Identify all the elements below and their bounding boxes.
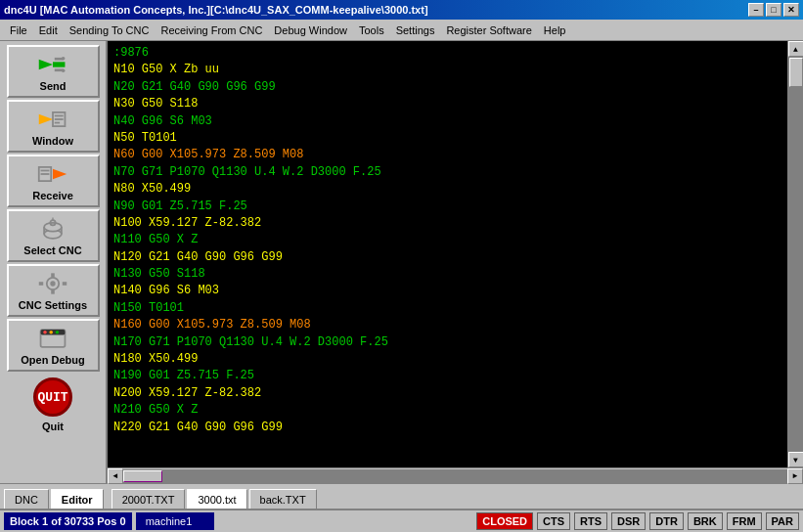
svg-rect-10 [55, 122, 60, 124]
code-line: N150 T0101 [113, 300, 781, 317]
indicator-cts: CTS [537, 512, 570, 530]
code-line: :9876 [113, 45, 781, 62]
code-line: N140 G96 S6 M03 [113, 283, 781, 299]
tab-file-2000t[interactable]: 2000T.TXT [112, 489, 186, 509]
code-line: N80 X50.499 [113, 181, 781, 198]
code-scroll-area: :9876N10 G50 X Zb uuN20 G21 G40 G90 G96 … [108, 41, 787, 467]
scroll-up-button[interactable]: ▲ [788, 41, 804, 57]
sidebar: Send Window [0, 41, 108, 483]
svg-point-4 [62, 57, 66, 61]
window-icon [37, 106, 68, 133]
status-bar: Block 1 of 30733 Pos 0 machine1 CLOSED C… [0, 509, 803, 532]
indicator-dsr: DSR [611, 512, 646, 530]
window-button[interactable]: Window [7, 100, 100, 153]
vertical-scrollbar[interactable]: ▲ ▼ [787, 41, 803, 467]
scroll-track-v[interactable] [788, 57, 804, 452]
tab-group-left: DNC Editor [4, 489, 104, 509]
code-line: N120 G21 G40 G90 G96 G99 [113, 249, 781, 266]
cnc-settings-button[interactable]: CNC Settings [7, 264, 100, 317]
select-cnc-label: Select CNC [23, 244, 81, 256]
machine-indicator: machine1 [136, 512, 214, 530]
code-display[interactable]: :9876N10 G50 X Zb uuN20 G21 G40 G90 G96 … [108, 41, 787, 467]
menu-bar: File Edit Sending To CNC Receiving From … [0, 20, 803, 41]
menu-sending-to-cnc[interactable]: Sending To CNC [64, 23, 156, 37]
cnc-settings-label: CNC Settings [19, 299, 87, 311]
scroll-left-button[interactable]: ◄ [108, 468, 123, 484]
code-line: N190 G01 Z5.715 F.25 [113, 368, 781, 384]
code-line: N160 G00 X105.973 Z8.509 M08 [113, 317, 781, 333]
quit-button[interactable]: QUIT [33, 377, 72, 417]
code-line: N40 G96 S6 M03 [113, 113, 781, 130]
scroll-thumb-v[interactable] [789, 58, 803, 87]
maximize-button[interactable]: □ [766, 3, 781, 17]
svg-rect-24 [51, 289, 55, 293]
svg-rect-13 [41, 173, 50, 175]
menu-settings[interactable]: Settings [390, 23, 441, 37]
select-cnc-button[interactable]: Select CNC [7, 209, 100, 262]
tab-file-back[interactable]: back.TXT [249, 489, 317, 509]
code-line: N50 T0101 [113, 130, 781, 147]
svg-marker-0 [39, 60, 53, 70]
editor-wrapper: :9876N10 G50 X Zb uuN20 G21 G40 G90 G96 … [108, 41, 803, 467]
scroll-down-button[interactable]: ▼ [788, 452, 804, 467]
svg-point-31 [56, 331, 60, 334]
tab-file-3000[interactable]: 3000.txt [187, 489, 246, 509]
title-bar: dnc4U [MAC Automation Concepts, Inc.][C:… [0, 0, 803, 20]
cnc-settings-icon [37, 270, 68, 297]
code-line: N110 G50 X Z [113, 232, 781, 248]
tab-editor[interactable]: Editor [51, 489, 104, 509]
open-debug-icon [37, 325, 68, 352]
send-label: Send [40, 80, 67, 92]
quit-icon-label: QUIT [37, 390, 67, 405]
code-line: N170 G71 P1070 Q1130 U.4 W.2 D3000 F.25 [113, 334, 781, 351]
menu-debug-window[interactable]: Debug Window [268, 23, 353, 37]
code-line: N10 G50 X Zb uu [113, 62, 781, 78]
scroll-thumb-h[interactable] [123, 470, 162, 482]
svg-rect-26 [63, 282, 67, 286]
open-debug-label: Open Debug [21, 354, 84, 366]
close-button[interactable]: ✕ [783, 3, 799, 17]
window-title: dnc4U [MAC Automation Concepts, Inc.][C:… [4, 4, 428, 16]
horizontal-scrollbar[interactable]: ◄ ► [108, 467, 803, 483]
indicator-frm: FRM [727, 512, 762, 530]
scroll-right-button[interactable]: ► [787, 468, 803, 484]
receive-icon [37, 160, 68, 188]
svg-point-22 [50, 281, 55, 286]
indicator-closed: CLOSED [476, 512, 533, 530]
svg-point-5 [62, 68, 66, 72]
minimize-button[interactable]: – [748, 3, 764, 17]
menu-register-software[interactable]: Register Software [440, 23, 537, 37]
tab-dnc[interactable]: DNC [4, 489, 49, 509]
menu-edit[interactable]: Edit [33, 23, 64, 37]
send-button[interactable]: Send [7, 45, 100, 98]
send-icon [37, 51, 68, 78]
code-line: N210 G50 X Z [113, 402, 781, 419]
svg-rect-8 [55, 115, 64, 117]
block-pos-indicator: Block 1 of 30733 Pos 0 [4, 512, 132, 530]
indicator-rts: RTS [574, 512, 607, 530]
menu-receiving-from-cnc[interactable]: Receiving From CNC [155, 23, 268, 37]
svg-point-18 [44, 223, 62, 232]
window-label: Window [32, 135, 73, 147]
indicator-brk: BRK [688, 512, 723, 530]
code-line: N60 G00 X105.973 Z8.509 M08 [113, 147, 781, 163]
editor-area: :9876N10 G50 X Zb uuN20 G21 G40 G90 G96 … [108, 41, 803, 483]
code-line: N130 G50 S118 [113, 266, 781, 283]
svg-point-29 [43, 331, 47, 334]
code-line: N20 G21 G40 G90 G96 G99 [113, 79, 781, 96]
svg-rect-9 [55, 118, 64, 120]
code-line: N90 G01 Z5.715 F.25 [113, 199, 781, 215]
receive-button[interactable]: Receive [7, 155, 100, 207]
select-cnc-icon [37, 215, 68, 243]
menu-tools[interactable]: Tools [353, 23, 390, 37]
code-line: N200 X59.127 Z-82.382 [113, 385, 781, 402]
svg-point-30 [49, 331, 53, 334]
svg-rect-25 [39, 282, 43, 286]
receive-label: Receive [32, 190, 73, 201]
menu-file[interactable]: File [4, 23, 33, 37]
open-debug-button[interactable]: Open Debug [7, 319, 100, 372]
window-controls: – □ ✕ [748, 3, 799, 17]
menu-help[interactable]: Help [538, 23, 572, 37]
indicator-dtr: DTR [649, 512, 684, 530]
scroll-track-h[interactable] [123, 469, 787, 483]
